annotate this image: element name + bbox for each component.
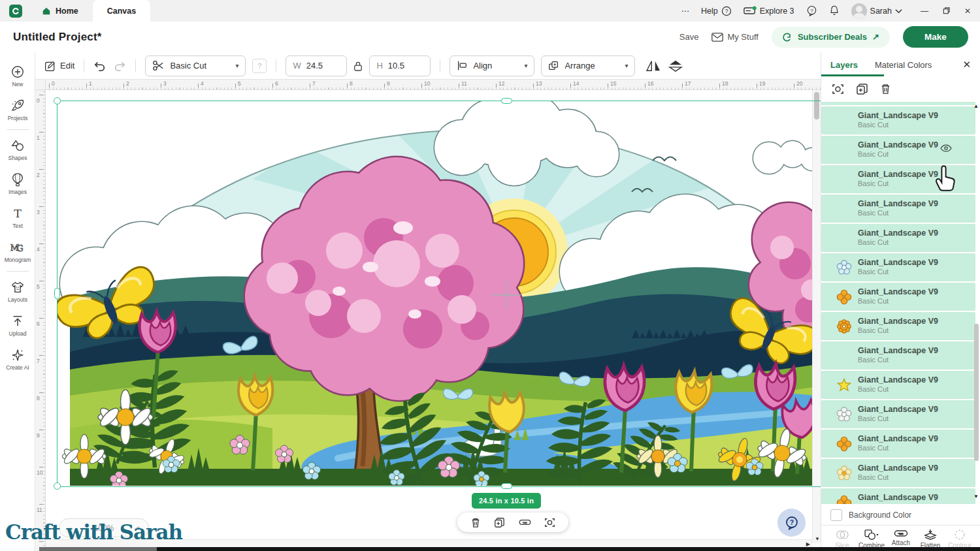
chevron-down-icon: ▾ — [625, 62, 628, 69]
layer-row[interactable]: Giant_Landscape V9 Basic Cut — [821, 488, 975, 504]
duplicate-layer-icon[interactable] — [856, 83, 868, 95]
selection-handle-bottom-left[interactable] — [54, 482, 61, 490]
svg-text:T: T — [14, 206, 22, 219]
attach-layers-icon — [894, 529, 908, 538]
layer-row[interactable]: Giant_Landscape V9 Basic Cut — [821, 371, 975, 399]
duplicate-icon[interactable] — [494, 517, 505, 528]
linetype-select[interactable]: Basic Cut ▾ — [145, 55, 246, 76]
layer-name: Giant_Landscape V9 — [858, 317, 938, 327]
svg-text:G: G — [17, 244, 24, 253]
layer-row[interactable]: Giant_Landscape V9 Basic Cut — [821, 341, 975, 370]
sidebar-item-text[interactable]: T Text — [0, 200, 35, 234]
left-sidebar: New Projects Shapes Images T Text MG Mon… — [0, 52, 35, 551]
layer-thumbnail — [836, 230, 853, 247]
layers-scrollbar-thumb[interactable] — [974, 324, 979, 461]
linetype-help[interactable]: ? — [252, 59, 267, 73]
background-color-checkbox[interactable] — [830, 509, 842, 521]
save-button[interactable]: Save — [679, 32, 699, 42]
subscriber-deals-button[interactable]: Subscriber Deals ↗ — [772, 27, 890, 48]
canvas-viewport[interactable]: 01234567891011121314151617181920 0123456… — [35, 80, 821, 551]
slice-button[interactable]: Slice — [828, 529, 857, 549]
contour-button[interactable]: Contour — [945, 529, 974, 549]
sidebar-item-monogram[interactable]: MG Monogram — [0, 234, 35, 268]
select-all-icon[interactable] — [832, 83, 844, 95]
delete-icon[interactable] — [470, 517, 481, 528]
width-value: 24.5 — [306, 61, 323, 71]
sidebar-item-projects[interactable]: Projects — [0, 93, 35, 127]
lock-icon[interactable] — [353, 61, 363, 71]
canvas-vertical-scrollbar[interactable]: ▼ — [812, 90, 821, 543]
layer-thumbnail — [836, 259, 853, 276]
sidebar-item-layouts[interactable]: Layouts — [0, 274, 35, 308]
align-select[interactable]: Align ▾ — [449, 55, 534, 76]
selection-handle-top-center[interactable] — [501, 98, 512, 104]
flip-vertical-icon[interactable] — [668, 59, 683, 72]
account-menu[interactable]: Sarah — [851, 3, 902, 19]
layer-row[interactable]: Giant_Landscape V9 Basic Cut — [821, 459, 975, 487]
layer-row[interactable]: Giant_Landscape V9 Basic Cut — [821, 195, 975, 223]
access-icon — [782, 32, 792, 42]
layer-row[interactable]: Giant_Landscape V9 Basic Cut — [821, 106, 975, 134]
make-button[interactable]: Make — [903, 26, 968, 48]
width-field[interactable]: W 24.5 — [286, 55, 347, 76]
attach-button[interactable]: Attach — [887, 529, 915, 546]
feedback-icon[interactable]: ? — [806, 5, 817, 16]
layer-row[interactable]: Giant_Landscape V9 Basic Cut — [821, 224, 975, 252]
ruler-left: 01234567891011 — [35, 90, 46, 551]
layer-linetype: Basic Cut — [858, 444, 938, 453]
delete-layer-icon[interactable] — [880, 83, 891, 95]
layer-row[interactable]: Giant_Landscape V9 Basic Cut — [821, 400, 975, 428]
selection-handle-top-left[interactable] — [54, 97, 61, 104]
sidebar-item-create-ai[interactable]: Create AI — [0, 342, 35, 376]
scrollbar-thumb[interactable] — [814, 92, 819, 119]
layers-scrollbar[interactable] — [973, 102, 979, 504]
layer-name: Giant_Landscape V9 — [858, 464, 938, 474]
height-field[interactable]: H 10.5 — [369, 55, 431, 76]
scroll-down-arrow[interactable]: ▼ — [815, 536, 820, 542]
canvas-artwork[interactable] — [57, 101, 821, 486]
help-label: Help — [701, 7, 718, 16]
tab-home[interactable]: Home — [27, 0, 93, 22]
layer-row[interactable]: Giant_Landscape V9 Basic Cut — [821, 430, 975, 458]
close-panel-icon[interactable]: ✕ — [962, 59, 971, 71]
scroll-right-arrow[interactable]: ▶ — [806, 541, 810, 547]
sidebar-item-new[interactable]: New — [0, 59, 35, 93]
flatten-button[interactable]: Flatten — [916, 529, 945, 549]
arrange-select[interactable]: Arrange ▾ — [541, 55, 635, 76]
attach-icon[interactable] — [519, 518, 531, 526]
layer-row[interactable]: Giant_Landscape V9 Basic Cut — [821, 312, 975, 340]
window-minimize[interactable]: — — [921, 7, 928, 16]
window-maximize[interactable] — [943, 7, 950, 14]
sidebar-item-shapes[interactable]: Shapes — [0, 133, 35, 166]
layers-panel: Layers Material Colors ✕ Giant_Landscape… — [821, 52, 980, 551]
undo-icon[interactable] — [93, 60, 106, 72]
sidebar-item-upload[interactable]: Upload — [0, 308, 35, 342]
redo-icon[interactable] — [113, 60, 126, 72]
layer-row[interactable]: Giant_Landscape V9 Basic Cut — [821, 283, 975, 311]
width-label: W — [293, 61, 301, 71]
selection-handle-middle-left[interactable] — [54, 288, 60, 299]
combine-button[interactable]: Combine — [857, 529, 886, 549]
my-stuff-button[interactable]: My Stuff — [711, 32, 758, 42]
tab-material-colors[interactable]: Material Colors — [875, 60, 932, 70]
overflow-menu[interactable]: ⋯ — [681, 6, 690, 16]
sidebar-item-images[interactable]: Images — [0, 166, 35, 200]
cricut-logo[interactable] — [9, 5, 22, 18]
layer-row[interactable]: Giant_Landscape V9 Basic Cut — [821, 253, 975, 281]
layer-thumbnail — [836, 347, 853, 364]
tab-layers[interactable]: Layers — [830, 60, 858, 70]
layer-name: Giant_Landscape V9 — [858, 111, 938, 121]
flip-horizontal-icon[interactable] — [645, 59, 661, 72]
eye-icon[interactable] — [940, 144, 952, 152]
edit-button[interactable]: Edit — [44, 60, 74, 72]
help-bubble-button[interactable]: ? — [777, 509, 806, 537]
help-menu[interactable]: Help ? — [701, 6, 732, 16]
layer-linetype: Basic Cut — [858, 238, 938, 247]
window-close[interactable]: ✕ — [964, 7, 971, 16]
layer-row[interactable]: Giant_Landscape V9 Basic Cut — [821, 136, 975, 164]
selection-handle-bottom-center[interactable] — [501, 483, 512, 489]
select-similar-icon[interactable] — [544, 517, 555, 528]
machine-status[interactable]: Explore 3 — [743, 6, 794, 16]
tab-canvas[interactable]: Canvas — [93, 0, 150, 22]
notifications-icon[interactable] — [829, 5, 840, 16]
